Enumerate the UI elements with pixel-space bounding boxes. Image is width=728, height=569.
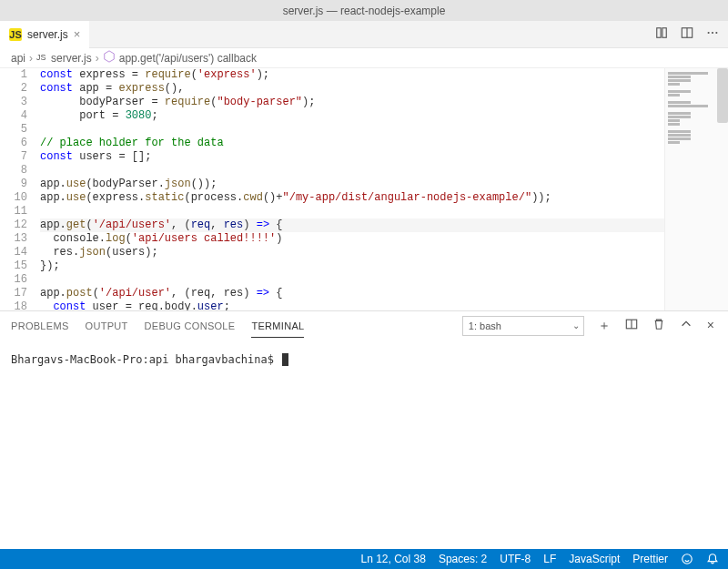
svg-point-4 [708,32,710,34]
code-line[interactable] [40,205,664,218]
split-editor-icon[interactable] [681,26,693,42]
code-line[interactable]: console.log('api/users called!!!!') [40,232,664,246]
code-line[interactable]: app.use(bodyParser.json()); [40,178,664,191]
line-number: 8 [0,164,27,178]
breadcrumb[interactable]: api › JS server.js › app.get('/api/users… [0,48,728,68]
terminal-selector[interactable]: 1: bash ⌄ [462,316,584,336]
code-line[interactable]: const users = []; [40,150,664,164]
svg-rect-0 [657,28,661,38]
method-icon [103,50,116,66]
breadcrumb-symbol[interactable]: app.get('/api/users') callback [119,52,257,65]
status-bar: Ln 12, Col 38 Spaces: 2 UTF-8 LF JavaScr… [0,549,728,569]
line-number: 5 [0,123,27,137]
terminal-selector-value: 1: bash [469,320,501,331]
chevron-right-icon: › [29,52,33,65]
editor-area: 1234567891011121314151617181920 const ex… [0,68,728,310]
status-ln-col[interactable]: Ln 12, Col 38 [361,553,426,565]
line-number: 12 [0,218,27,232]
code-line[interactable]: res.json(users); [40,246,664,259]
tab-server-js[interactable]: JS server.js × [0,21,89,48]
bottom-panel: PROBLEMS OUTPUT DEBUG CONSOLE TERMINAL 1… [0,310,728,549]
line-number: 10 [0,191,27,205]
code-line[interactable]: }); [40,259,664,273]
svg-point-5 [712,32,713,34]
code-line[interactable]: const app = express(), [40,82,664,96]
tab-filename: server.js [27,28,68,41]
svg-point-9 [682,554,693,564]
panel-tabs: PROBLEMS OUTPUT DEBUG CONSOLE TERMINAL 1… [0,311,728,340]
chevron-right-icon: › [96,52,99,65]
status-language[interactable]: JavaScript [569,553,620,565]
code-line[interactable]: const user = req.body.user; [40,300,664,310]
terminal[interactable]: Bhargavs-MacBook-Pro:api bhargavbachina$ [0,340,728,549]
kill-terminal-icon[interactable] [650,318,668,334]
tab-problems[interactable]: PROBLEMS [11,315,69,337]
status-eol[interactable]: LF [543,553,556,565]
line-number: 3 [0,96,27,109]
compare-changes-icon[interactable] [655,26,668,42]
close-icon[interactable]: × [74,27,81,41]
status-formatter[interactable]: Prettier [632,553,668,565]
code-line[interactable]: app.post('/api/user', (req, res) => { [40,287,664,300]
line-number: 18 [0,300,27,310]
editor-scrollbar[interactable] [717,68,728,310]
more-actions-icon[interactable] [706,26,719,42]
terminal-prompt: Bhargavs-MacBook-Pro:api bhargavbachina$ [11,353,274,366]
line-number: 13 [0,232,27,246]
code-line[interactable]: const express = require('express'); [40,68,664,82]
tab-terminal[interactable]: TERMINAL [251,315,304,338]
maximize-panel-icon[interactable] [677,318,695,334]
line-number: 1 [0,68,27,82]
line-number: 14 [0,246,27,259]
split-terminal-icon[interactable] [622,318,641,334]
svg-point-6 [715,32,717,34]
javascript-file-icon: JS [9,28,22,41]
status-indent[interactable]: Spaces: 2 [439,553,487,565]
line-number: 9 [0,178,27,191]
line-number: 2 [0,82,27,96]
line-number: 16 [0,273,27,287]
code-line[interactable]: bodyParser = require("body-parser"); [40,96,664,109]
status-encoding[interactable]: UTF-8 [500,553,531,565]
tab-output[interactable]: OUTPUT [86,315,128,337]
editor-actions [655,26,728,42]
editor-tabs: JS server.js × [0,21,728,48]
code-content[interactable]: const express = require('express');const… [40,68,664,310]
close-panel-icon[interactable]: × [704,318,717,334]
line-number: 11 [0,205,27,218]
line-number: 6 [0,137,27,150]
text-caret [286,353,287,366]
new-terminal-icon[interactable]: ＋ [595,318,613,334]
line-number: 7 [0,150,27,164]
code-line[interactable] [40,164,664,178]
line-number-gutter: 1234567891011121314151617181920 [0,68,40,310]
line-number: 4 [0,109,27,123]
feedback-icon[interactable] [681,553,693,565]
code-line[interactable]: port = 3080; [40,109,664,123]
code-line[interactable]: app.get('/api/users', (req, res) => { [40,218,664,232]
scrollbar-thumb[interactable] [717,68,728,123]
svg-rect-1 [662,28,666,38]
breadcrumb-folder[interactable]: api [11,52,25,65]
code-line[interactable] [40,273,664,287]
code-line[interactable]: app.use(express.static(process.cwd()+"/m… [40,191,664,205]
chevron-down-icon: ⌄ [572,320,580,330]
line-number: 17 [0,287,27,300]
window-title-bar: server.js — react-nodejs-example [0,0,728,21]
code-editor[interactable]: 1234567891011121314151617181920 const ex… [0,68,664,310]
line-number: 15 [0,259,27,273]
notifications-icon[interactable] [706,553,719,565]
breadcrumb-file[interactable]: server.js [51,52,92,65]
code-line[interactable] [40,123,664,137]
tab-debug-console[interactable]: DEBUG CONSOLE [145,315,236,337]
code-line[interactable]: // place holder for the data [40,137,664,150]
javascript-file-icon: JS [36,53,47,64]
window-title: server.js — react-nodejs-example [283,5,446,17]
